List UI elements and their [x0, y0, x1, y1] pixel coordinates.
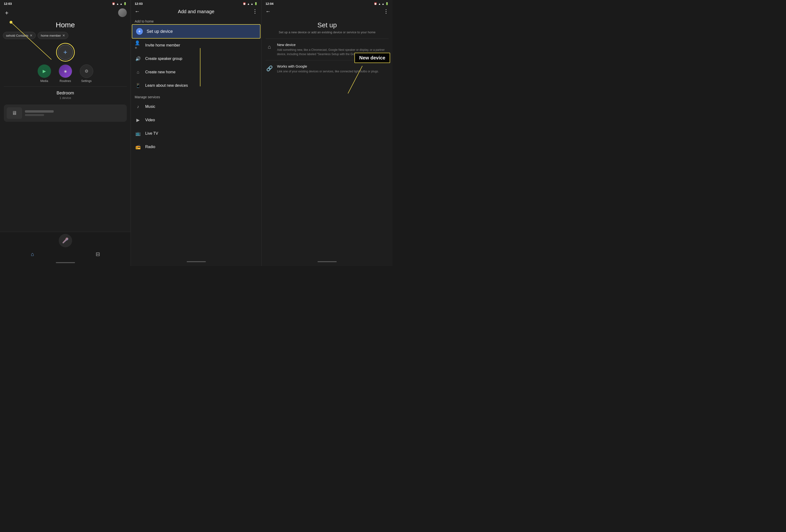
menu-item-invite[interactable]: 👤+ Invite home member [131, 39, 261, 52]
livetv-label: Live TV [145, 131, 158, 136]
chip-home-member[interactable]: home member ✕ [38, 32, 68, 39]
alarm-icon-2: ⏰ [243, 2, 246, 5]
time-3: 12:04 [265, 2, 273, 5]
time-1: 12:03 [4, 2, 12, 5]
create-home-label: Create new home [145, 70, 176, 74]
routines-icon: ◉ [59, 65, 72, 78]
settings-icon: ⚙ [80, 65, 93, 78]
video-label: Video [145, 118, 155, 122]
gesture-bar-wrapper [0, 260, 131, 265]
avatar[interactable] [118, 8, 127, 17]
panel-1: 12:03 ⏰ ▲ ▲ 🔋 ＋ Home sehold Contacts ✕ h… [0, 0, 131, 266]
menu-item-radio[interactable]: 📻 Radio [131, 140, 261, 154]
chip-home-member-label: home member [41, 34, 61, 38]
battery-icon-3: 🔋 [385, 2, 389, 5]
video-icon: ▶ [135, 117, 141, 123]
works-google-title: Works with Google [277, 64, 389, 68]
works-google-text: Works with Google Link one of your exist… [277, 64, 389, 74]
shortcut-media[interactable]: ▶ Media [38, 65, 51, 83]
shortcuts-row: ▶ Media ◉ Routines ⚙ Settings [0, 63, 131, 87]
room-section: Bedroom 1 device [0, 87, 131, 101]
alarm-icon: ⏰ [112, 2, 115, 5]
gesture-bar [56, 262, 75, 263]
annotation-new-device-label: New device [359, 55, 385, 61]
bottom-nav-1: 🎤 ⌂ ⊟ [0, 232, 131, 266]
setup-device-label: Set up device [147, 29, 173, 34]
media-label: Media [40, 79, 48, 83]
wifi-icon-3: ▲ [378, 2, 381, 5]
device-card-1[interactable]: 🖥 [4, 105, 127, 122]
livetv-icon: 📺 [135, 130, 141, 137]
status-bar-2: 12:03 ⏰ ▲ ▲ 🔋 [131, 0, 261, 6]
speaker-icon: 🔊 [135, 55, 141, 62]
media-icon: ▶ [38, 65, 51, 78]
menu-item-livetv[interactable]: 📺 Live TV [131, 127, 261, 140]
works-google-icon: 🔗 [265, 65, 273, 72]
panel3-content: Set up Set up a new device or add an exi… [262, 17, 393, 137]
add-icon-header[interactable]: ＋ [4, 9, 9, 17]
chip-home-member-close[interactable]: ✕ [62, 33, 65, 38]
status-icons-2: ⏰ ▲ ▲ 🔋 [243, 2, 258, 5]
battery-icon: 🔋 [123, 2, 127, 5]
time-2: 12:03 [135, 2, 143, 5]
settings-label: Settings [81, 79, 92, 83]
shortcut-routines[interactable]: ◉ Routines [59, 65, 72, 83]
create-home-icon: ⌂ [135, 69, 141, 75]
works-google-desc: Link one of your existing devices or ser… [277, 69, 389, 74]
menu-item-setup-device[interactable]: + Set up device [132, 24, 260, 39]
new-device-title: New device [277, 43, 389, 47]
back-button-2[interactable]: ← [135, 8, 140, 15]
status-bar-1: 12:03 ⏰ ▲ ▲ 🔋 [0, 0, 131, 6]
add-circle-wrapper: + [0, 42, 131, 63]
section-manage-services: Manage services [131, 92, 261, 100]
wifi-icon-2: ▲ [247, 2, 250, 5]
menu-item-music[interactable]: ♪ Music [131, 100, 261, 113]
more-button-2[interactable]: ⋮ [252, 8, 258, 15]
setup-device-icon: + [136, 28, 143, 35]
tab-devices[interactable]: ⊟ [90, 250, 106, 258]
cast-device-icon: 🖥 [7, 107, 22, 119]
learn-devices-label: Learn about new devices [145, 84, 188, 88]
status-bar-3: 12:04 ⏰ ▲ ▲ 🔋 [262, 0, 393, 6]
menu-item-learn-devices[interactable]: 📱 Learn about new devices [131, 79, 261, 92]
filter-chips: sehold Contacts ✕ home member ✕ [0, 32, 131, 42]
gesture-wrapper-2 [131, 257, 261, 266]
gesture-wrapper-3 [262, 257, 393, 266]
panel2-header: ← Add and manage ⋮ [131, 6, 261, 17]
menu-item-video[interactable]: ▶ Video [131, 113, 261, 127]
tab-home[interactable]: ⌂ [25, 250, 40, 258]
invite-label: Invite home member [145, 43, 180, 47]
panel1-header: ＋ [0, 6, 131, 19]
speaker-group-label: Create speaker group [145, 56, 182, 61]
status-icons-1: ⏰ ▲ ▲ 🔋 [112, 2, 127, 5]
setup-title-text: Set up [318, 21, 337, 29]
back-button-3[interactable]: ← [265, 8, 271, 15]
panel-2: 12:03 ⏰ ▲ ▲ 🔋 ← Add and manage ⋮ Add to … [131, 0, 262, 266]
mic-button[interactable]: 🎤 [59, 234, 72, 247]
chip-contacts[interactable]: sehold Contacts ✕ [3, 32, 36, 39]
setup-header-title: Set up [265, 17, 389, 30]
room-title: Bedroom [4, 91, 127, 96]
chip-contacts-label: sehold Contacts [6, 34, 28, 38]
chip-contacts-close[interactable]: ✕ [30, 33, 32, 38]
home-title: Home [0, 19, 131, 32]
wifi-icon: ▲ [116, 2, 119, 5]
panel2-title: Add and manage [178, 9, 214, 15]
menu-item-create-home[interactable]: ⌂ Create new home [131, 65, 261, 79]
plus-icon: + [63, 48, 67, 56]
section-add-to-home: Add to home [131, 17, 261, 24]
device-name-placeholder [25, 110, 54, 113]
bottom-tabs-1: ⌂ ⊟ [0, 249, 131, 260]
mic-wrapper: 🎤 [0, 234, 131, 247]
more-button-3[interactable]: ⋮ [384, 8, 389, 15]
gesture-bar-2 [187, 261, 206, 262]
learn-devices-icon: 📱 [135, 82, 141, 89]
status-icons-3: ⏰ ▲ ▲ 🔋 [374, 2, 389, 5]
device-info [25, 110, 124, 116]
shortcut-settings[interactable]: ⚙ Settings [80, 65, 93, 83]
radio-label: Radio [145, 145, 155, 149]
annotation-new-device: New device [354, 53, 390, 63]
setup-header-subtitle: Set up a new device or add an existing d… [265, 30, 389, 39]
menu-item-speaker-group[interactable]: 🔊 Create speaker group [131, 52, 261, 65]
add-home-button[interactable]: + [58, 45, 73, 60]
